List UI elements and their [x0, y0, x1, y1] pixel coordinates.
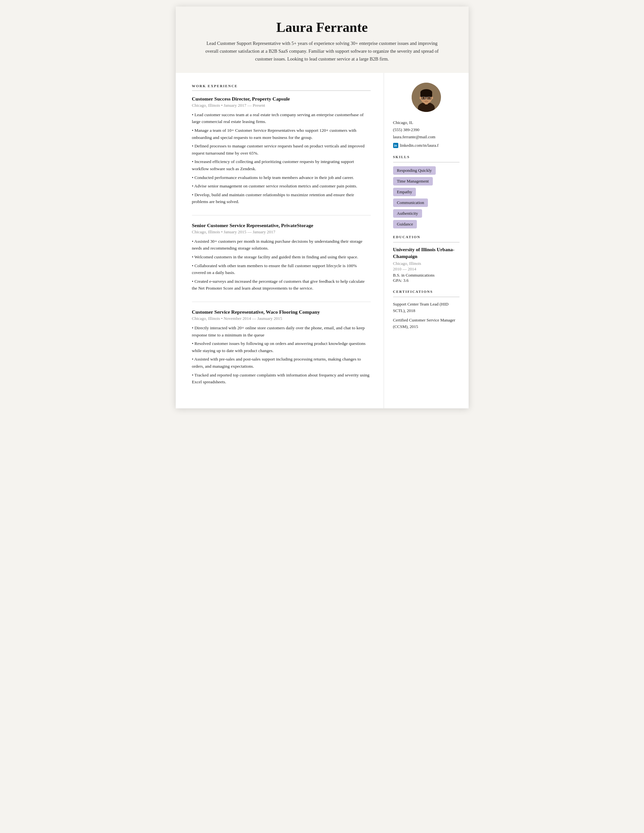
edu-location: Chicago, Illinois: [393, 261, 459, 266]
candidate-summary: Lead Customer Support Representative wit…: [205, 40, 439, 63]
job-meta-3: Chicago, Illinois • November 2014 — Jaun…: [192, 316, 371, 321]
skill-tag-0: Responding Quickly: [393, 166, 436, 175]
skills-list: Responding Quickly Time Management Empat…: [393, 166, 459, 228]
contact-info: Chicago, IL (555) 389-2390 laura.ferrant…: [393, 119, 459, 149]
bullet-1-6: • Advise senior management on customer s…: [192, 183, 371, 190]
edu-gpa: GPA: 3.6: [393, 278, 459, 283]
education-divider: [393, 242, 459, 243]
body-columns: WORK EXPERIENCE Customer Success Directo…: [176, 73, 469, 408]
svg-point-12: [419, 96, 422, 99]
bullet-3-2: • Resolved customer issues by following …: [192, 340, 371, 354]
job-title-1: Customer Success Director, Property Caps…: [192, 96, 371, 102]
bullet-1-2: • Manage a team of 10+ Customer Service …: [192, 127, 371, 141]
bullet-1-1: • Lead customer success team at a real e…: [192, 111, 371, 125]
job-meta-2: Chicago, Illinois • January 2015 — Janua…: [192, 229, 371, 235]
avatar-wrap: [393, 83, 459, 113]
main-column: WORK EXPERIENCE Customer Success Directo…: [176, 73, 384, 408]
job-bullets-2: • Assisted 30+ customers per month in ma…: [192, 238, 371, 292]
job-bullets-1: • Lead customer success team at a real e…: [192, 111, 371, 205]
certifications-divider: [393, 297, 459, 297]
svg-point-13: [431, 96, 433, 99]
skill-tag-3: Communication: [393, 198, 428, 207]
svg-rect-5: [420, 92, 432, 97]
resume-wrapper: Laura Ferrante Lead Customer Support Rep…: [176, 6, 469, 408]
job-bullets-3: • Directly interacted with 20+ online st…: [192, 325, 371, 386]
bullet-1-7: • Develop, build and maintain customer r…: [192, 191, 371, 205]
job-entry-2: Senior Customer Service Representative, …: [192, 215, 371, 292]
resume-header: Laura Ferrante Lead Customer Support Rep…: [176, 6, 469, 73]
bullet-1-3: • Defined processes to manage customer s…: [192, 143, 371, 156]
linkedin-icon: in: [393, 143, 398, 148]
bullet-2-1: • Assisted 30+ customers per month in ma…: [192, 238, 371, 252]
bullet-2-2: • Welcomed customers in the storage faci…: [192, 254, 371, 261]
skills-section: SKILLS Responding Quickly Time Managemen…: [393, 155, 459, 228]
svg-point-9: [422, 97, 424, 98]
edu-school: University of Illinois Urbana-Champaign: [393, 246, 459, 260]
job-title-2: Senior Customer Service Representative, …: [192, 223, 371, 228]
job-title-3: Customer Service Representative, Waco Fl…: [192, 309, 371, 315]
bullet-1-4: • Increased efficiency of collecting and…: [192, 158, 371, 172]
edu-years: 2010 — 2014: [393, 267, 459, 272]
education-section: EDUCATION University of Illinois Urbana-…: [393, 235, 459, 283]
avatar: [412, 83, 441, 112]
svg-point-11: [426, 99, 427, 100]
contact-email: laura.ferrante@mail.com: [393, 133, 459, 141]
sidebar: Chicago, IL (555) 389-2390 laura.ferrant…: [384, 73, 469, 408]
svg-point-10: [428, 97, 430, 98]
bullet-2-4: • Created e-surveys and increased the pe…: [192, 278, 371, 292]
contact-phone: (555) 389-2390: [393, 126, 459, 133]
certifications-label: CERTIFICATIONS: [393, 289, 459, 294]
skill-tag-2: Empathy: [393, 188, 416, 196]
job-meta-1: Chicago, Illinois • January 2017 — Prese…: [192, 103, 371, 108]
cert-entry-1: Certified Customer Service Manager (CCSM…: [393, 317, 459, 330]
work-experience-label: WORK EXPERIENCE: [192, 84, 371, 88]
job-entry-3: Customer Service Representative, Waco Fl…: [192, 302, 371, 386]
skills-label: SKILLS: [393, 155, 459, 159]
skill-tag-4: Authenticity: [393, 209, 422, 218]
skill-tag-5: Guidance: [393, 220, 417, 228]
education-label: EDUCATION: [393, 235, 459, 239]
skill-tag-1: Time Management: [393, 177, 433, 185]
contact-location: Chicago, IL: [393, 119, 459, 126]
bullet-3-3: • Assisted with pre-sales and post-sales…: [192, 355, 371, 370]
cert-entry-0: Support Center Team Lead (HID SCTL), 201…: [393, 301, 459, 314]
bullet-3-1: • Directly interacted with 20+ online st…: [192, 325, 371, 338]
skills-divider: [393, 162, 459, 162]
work-divider: [192, 90, 371, 91]
job-entry-1: Customer Success Director, Property Caps…: [192, 96, 371, 205]
certifications-section: CERTIFICATIONS Support Center Team Lead …: [393, 289, 459, 330]
bullet-1-5: • Conducted performance evaluations to h…: [192, 174, 371, 181]
bullet-3-4: • Tracked and reported top customer comp…: [192, 371, 371, 386]
candidate-name: Laura Ferrante: [195, 19, 449, 35]
linkedin-row: in linkedin.com/in/laura.f: [393, 142, 459, 149]
bullet-2-3: • Collaborated with other team members t…: [192, 262, 371, 276]
edu-degree: B.S. in Communications: [393, 273, 459, 278]
contact-linkedin: linkedin.com/in/laura.f: [400, 142, 439, 149]
